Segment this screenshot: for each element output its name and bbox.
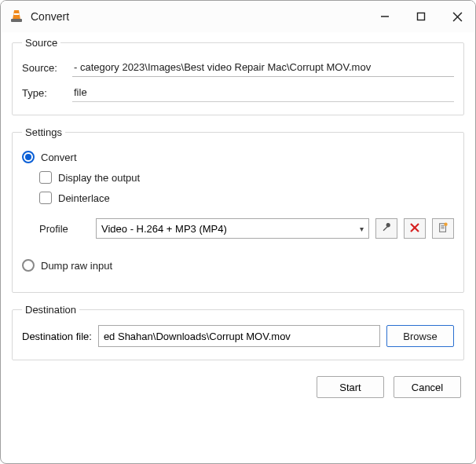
destination-file-input[interactable]: ed Shahan\Downloads\Corrupt MOV.mov <box>98 325 380 347</box>
source-label: Source: <box>22 62 72 74</box>
destination-legend: Destination <box>22 304 79 316</box>
checkbox-icon <box>39 171 52 184</box>
source-group: Source Source: - category 2023\Images\Be… <box>12 37 464 115</box>
browse-button[interactable]: Browse <box>386 325 454 347</box>
radio-icon <box>22 151 35 163</box>
convert-radio[interactable]: Convert <box>22 151 454 163</box>
minimize-button[interactable] <box>367 1 403 32</box>
convert-radio-label: Convert <box>41 152 77 163</box>
display-output-label: Display the output <box>58 172 140 184</box>
svg-rect-1 <box>14 13 20 15</box>
wrench-icon <box>381 222 392 236</box>
type-value: file <box>72 83 454 102</box>
profile-select[interactable]: Video - H.264 + MP3 (MP4) ▾ <box>96 218 369 239</box>
start-button[interactable]: Start <box>317 376 384 398</box>
edit-profile-button[interactable] <box>375 218 397 239</box>
deinterlace-label: Deinterlace <box>58 192 110 204</box>
source-value: - category 2023\Images\Best video Repair… <box>72 58 454 77</box>
checkbox-icon <box>39 192 52 204</box>
svg-rect-2 <box>11 19 22 22</box>
destination-group: Destination Destination file: ed Shahan\… <box>12 304 464 360</box>
new-document-icon <box>438 222 449 236</box>
window-controls <box>367 1 475 32</box>
cancel-button[interactable]: Cancel <box>394 376 461 398</box>
profile-label: Profile <box>39 223 90 235</box>
close-button[interactable] <box>439 1 475 32</box>
delete-x-icon <box>410 223 419 235</box>
chevron-down-icon: ▾ <box>360 225 364 233</box>
settings-group: Settings Convert Display the output Dein… <box>12 126 464 293</box>
source-legend: Source <box>22 37 60 49</box>
radio-icon <box>22 259 35 272</box>
display-output-checkbox[interactable]: Display the output <box>39 171 454 184</box>
window-title: Convert <box>31 10 367 23</box>
svg-rect-4 <box>418 13 425 20</box>
svg-point-13 <box>444 222 447 225</box>
deinterlace-checkbox[interactable]: Deinterlace <box>39 192 454 204</box>
type-label: Type: <box>22 87 72 99</box>
maximize-button[interactable] <box>403 1 439 32</box>
profile-value: Video - H.264 + MP3 (MP4) <box>101 223 360 235</box>
dump-raw-radio[interactable]: Dump raw input <box>22 259 454 272</box>
destination-file-label: Destination file: <box>22 331 92 342</box>
settings-legend: Settings <box>22 126 65 138</box>
new-profile-button[interactable] <box>432 218 454 239</box>
app-icon <box>9 9 24 24</box>
titlebar: Convert <box>1 1 475 32</box>
delete-profile-button[interactable] <box>404 218 426 239</box>
dump-raw-label: Dump raw input <box>41 260 112 272</box>
